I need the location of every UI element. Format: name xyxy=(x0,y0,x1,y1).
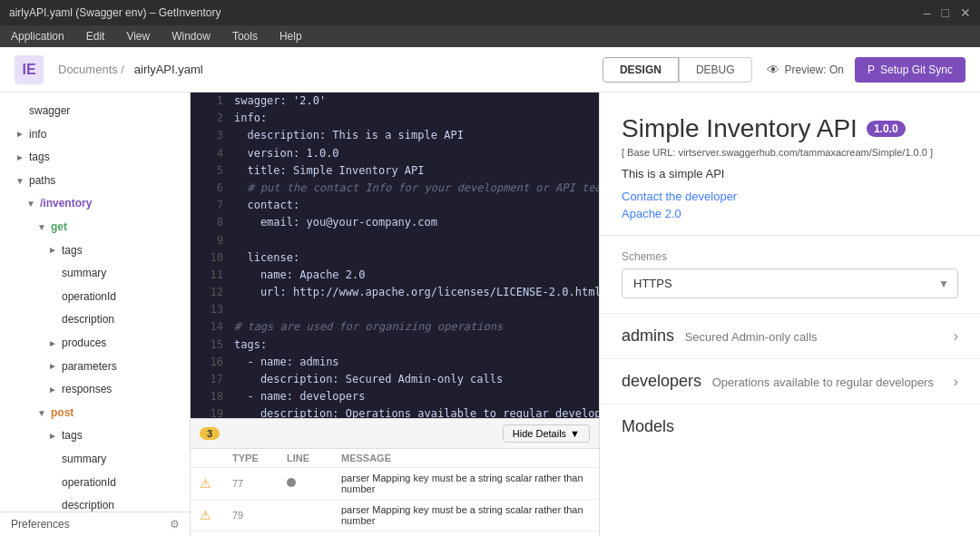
tab-design[interactable]: DESIGN xyxy=(603,57,679,83)
code-line: 18 - name: developers xyxy=(191,388,599,405)
sidebar: swagger ► info ► tags ▼ paths ▼ /invento… xyxy=(0,93,191,536)
close-icon[interactable]: ✕ xyxy=(960,5,971,20)
sidebar-label: summary xyxy=(62,450,106,470)
warning-row[interactable]: ⚠ 79 parser Mapping key must be a string… xyxy=(191,500,599,531)
menu-tools[interactable]: Tools xyxy=(229,28,261,44)
api-title-row: Simple Inventory API 1.0.0 xyxy=(622,114,958,143)
code-line: 9 xyxy=(191,232,599,249)
line-content: # put the contact Info for your developm… xyxy=(234,180,599,197)
base-url-value: virtserver.swaggerhub.com/tammaxacream/S… xyxy=(678,147,933,158)
menu-window[interactable]: Window xyxy=(168,28,214,44)
preferences-label[interactable]: Preferences xyxy=(11,518,70,531)
col-type: TYPE xyxy=(232,453,287,463)
line-content: description: Secured Admin-only calls xyxy=(234,371,503,388)
line-number: 13 xyxy=(198,301,223,318)
gear-icon[interactable]: ⚙ xyxy=(170,518,180,531)
schemes-area: Schemes HTTPS HTTP ▼ xyxy=(600,236,980,314)
sidebar-item-get-summary[interactable]: summary xyxy=(0,262,190,286)
license-link[interactable]: Apache 2.0 xyxy=(622,207,681,220)
menu-help[interactable]: Help xyxy=(276,28,306,44)
sidebar-item-inventory[interactable]: ▼ /inventory xyxy=(0,192,190,216)
line-number: 17 xyxy=(198,371,223,388)
sidebar-label: info xyxy=(29,125,46,145)
git-icon: P xyxy=(867,63,875,76)
code-line: 11 name: Apache 2.0 xyxy=(191,267,599,284)
tag-header-developers[interactable]: developers Operations available to regul… xyxy=(600,359,980,404)
sidebar-item-post-tags[interactable]: ► tags xyxy=(0,424,190,448)
sidebar-item-get-parameters[interactable]: ► parameters xyxy=(0,356,190,379)
line-content: tags: xyxy=(234,336,267,354)
git-sync-button[interactable]: P Setup Git Sync xyxy=(855,57,965,83)
code-line: 3 description: This is a simple API xyxy=(191,127,599,144)
sidebar-item-get-produces[interactable]: ► produces xyxy=(0,332,190,356)
schemes-select[interactable]: HTTPS HTTP xyxy=(622,268,958,298)
sidebar-arrow: ► xyxy=(15,152,25,163)
col-message: MESSAGE xyxy=(341,453,590,463)
sidebar-label: get xyxy=(51,218,67,238)
sidebar-label: tags xyxy=(62,426,83,446)
hide-details-button[interactable]: Hide Details ▼ xyxy=(503,424,590,443)
contact-link[interactable]: Contact the developer xyxy=(622,190,958,203)
right-panel: Simple Inventory API 1.0.0 [ Base URL: v… xyxy=(599,93,980,536)
warning-row[interactable]: ⚠ 77 parser Mapping key must be a string… xyxy=(191,468,599,500)
sidebar-label: tags xyxy=(29,148,50,168)
sidebar-item-swagger[interactable]: swagger xyxy=(0,100,190,123)
line-content: swagger: '2.0' xyxy=(234,93,326,110)
sidebar-item-get[interactable]: ▼ get xyxy=(0,216,190,239)
warning-header: 3 Hide Details ▼ xyxy=(191,419,599,449)
models-title: Models xyxy=(622,417,674,435)
preview-toggle[interactable]: 👁 Preview: On xyxy=(767,63,844,77)
tag-header-admins[interactable]: admins Secured Admin-only calls › xyxy=(600,314,980,358)
code-line: 4 version: 1.0.0 xyxy=(191,145,599,162)
code-line: 15tags: xyxy=(191,336,599,354)
maximize-icon[interactable]: □ xyxy=(942,5,949,20)
sidebar-item-post[interactable]: ▼ post xyxy=(0,402,190,425)
code-line: 6 # put the contact Info for your develo… xyxy=(191,180,599,197)
sidebar-item-paths[interactable]: ▼ paths xyxy=(0,170,190,193)
minimize-icon[interactable]: – xyxy=(924,5,931,20)
sidebar-label: parameters xyxy=(62,357,117,377)
tag-desc-admins: Secured Admin-only calls xyxy=(685,330,818,344)
hide-details-label: Hide Details xyxy=(513,428,566,439)
line-number: 1 xyxy=(198,93,223,110)
code-line: 7 contact: xyxy=(191,197,599,214)
sidebar-label: swagger xyxy=(29,102,70,122)
menu-view[interactable]: View xyxy=(122,28,153,44)
tab-debug[interactable]: DEBUG xyxy=(679,57,752,83)
menu-application[interactable]: Application xyxy=(7,28,68,44)
line-content: contact: xyxy=(234,197,299,214)
line-number: 7 xyxy=(198,197,223,214)
code-line: 16 - name: admins xyxy=(191,354,599,371)
sidebar-item-get-tags[interactable]: ► tags xyxy=(0,239,190,263)
tag-title-row: developers Operations available to regul… xyxy=(622,372,934,391)
window-controls[interactable]: – □ ✕ xyxy=(924,5,971,20)
sidebar-label: operationId xyxy=(62,287,116,307)
window-title: airlyAPI.yaml (Swagger env) – GetInvento… xyxy=(9,6,220,19)
sidebar-arrow xyxy=(15,106,25,117)
sidebar-label: responses xyxy=(62,380,112,400)
sidebar-arrow xyxy=(47,477,58,488)
menu-edit[interactable]: Edit xyxy=(83,28,109,44)
sidebar-label: summary xyxy=(62,264,106,284)
breadcrumb-file[interactable]: airlyAPI.yaml xyxy=(134,63,203,76)
line-number: 14 xyxy=(198,318,223,336)
sidebar-item-post-summary[interactable]: summary xyxy=(0,448,190,472)
code-line: 1swagger: '2.0' xyxy=(191,93,599,110)
chevron-right-icon: › xyxy=(954,328,958,345)
sidebar-item-get-description[interactable]: description xyxy=(0,308,190,332)
sidebar-item-tags[interactable]: ► tags xyxy=(0,146,190,170)
api-description: This is a simple API xyxy=(622,167,958,180)
sidebar-item-info[interactable]: ► info xyxy=(0,123,190,147)
sidebar-item-post-operationid[interactable]: operationId xyxy=(0,472,190,495)
base-url-label: [ Base URL: xyxy=(622,147,675,158)
sidebar-item-get-operationid[interactable]: operationId xyxy=(0,286,190,309)
code-panel[interactable]: 1swagger: '2.0'2info:3 description: This… xyxy=(191,93,599,418)
eye-icon: 👁 xyxy=(767,63,779,77)
warning-row[interactable]: ⚠ 81 parser Mapping key must be a string… xyxy=(191,531,599,536)
app-logo: IE xyxy=(15,55,44,84)
line-number: 4 xyxy=(198,145,223,162)
sidebar-arrow xyxy=(47,268,58,279)
sidebar-item-get-responses[interactable]: ► responses xyxy=(0,378,190,402)
api-title: Simple Inventory API xyxy=(622,114,858,143)
line-content: url: http://www.apache.org/licenses/LICE… xyxy=(234,284,599,301)
